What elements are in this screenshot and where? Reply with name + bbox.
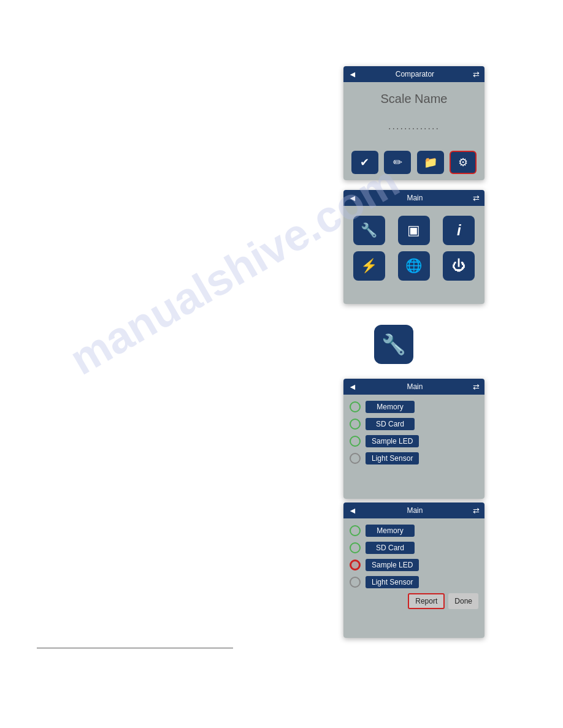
diag2-row-sampleled: Sample LED [350,559,478,571]
panel3-body: Memory SD Card Sample LED Light Sensor [343,395,484,499]
menu-grid: 🔧 ▣ i ⚡ 🌐 ⏻ [350,216,478,281]
power-menu-button[interactable]: ⏻ [443,251,475,281]
report-button[interactable]: Report [408,593,445,609]
dots-display: ............. [388,121,440,132]
sdcard2-status-circle [350,542,361,553]
globe-menu-button[interactable]: 🌐 [398,251,430,281]
lightsensor2-status-circle [350,577,361,588]
usb-icon: ⇄ [473,70,480,79]
sdcard-label[interactable]: SD Card [366,418,415,430]
lightsensor-label[interactable]: Light Sensor [366,452,419,464]
sdcard-status-circle [350,419,361,430]
panel1-title: Comparator [396,70,434,78]
info-menu-button[interactable]: i [443,216,475,245]
panel-comparator: ◄ Comparator ⇄ Scale Name ............. … [343,66,484,180]
diag2-row-sdcard: SD Card [350,542,478,554]
wrench-standalone-icon: 🔧 [374,325,413,364]
back-arrow-icon[interactable]: ◄ [348,382,357,392]
diag-row-memory: Memory [350,401,478,413]
diag-row-lightsensor: Light Sensor [350,452,478,464]
panel-diagnostics-1: ◄ Main ⇄ Memory SD Card Sample LED Light… [343,379,484,499]
memory-label[interactable]: Memory [366,401,415,413]
sampleled-status-circle [350,436,361,447]
panel2-header: ◄ Main ⇄ [343,190,484,206]
lightning-menu-button[interactable]: ⚡ [353,251,385,281]
usb-icon: ⇄ [473,194,480,203]
memory2-status-circle [350,525,361,536]
panel-diagnostics-2: ◄ Main ⇄ Memory SD Card Sample LED Light… [343,502,484,638]
display-menu-button[interactable]: ▣ [398,216,430,245]
panel2-title: Main [407,194,423,202]
diag2-row-memory: Memory [350,525,478,537]
done-button[interactable]: Done [448,593,478,609]
panel1-icon-row: ✔ ✏ 📁 ⚙ [348,151,480,174]
edit-button[interactable]: ✏ [384,151,411,174]
diag-row-sampleled: Sample LED [350,435,478,447]
back-arrow-icon[interactable]: ◄ [348,193,357,203]
diag2-row-lightsensor: Light Sensor [350,576,478,588]
memory-status-circle [350,401,361,412]
sdcard2-label[interactable]: SD Card [366,542,415,554]
panel3-title: Main [407,382,423,391]
diag-row-sdcard: SD Card [350,418,478,430]
wrench-menu-button[interactable]: 🔧 [353,216,385,245]
bottom-buttons-row: Report Done [350,593,478,609]
panel4-header: ◄ Main ⇄ [343,502,484,518]
memory2-label[interactable]: Memory [366,525,415,537]
sampleled2-label[interactable]: Sample LED [366,559,419,571]
panel4-body: Memory SD Card Sample LED Light Sensor R… [343,518,484,638]
back-arrow-icon[interactable]: ◄ [348,506,357,515]
sampleled-label[interactable]: Sample LED [366,435,419,447]
usb-icon: ⇄ [473,382,480,392]
sampleled2-status-circle [350,559,361,571]
lightsensor-status-circle [350,453,361,464]
panel2-body: 🔧 ▣ i ⚡ 🌐 ⏻ [343,206,484,304]
lightsensor2-label[interactable]: Light Sensor [366,576,419,588]
settings-button[interactable]: ⚙ [450,151,477,174]
panel-main-menu: ◄ Main ⇄ 🔧 ▣ i ⚡ 🌐 ⏻ [343,190,484,304]
back-arrow-icon[interactable]: ◄ [348,69,357,79]
bottom-divider [37,648,233,648]
panel1-header: ◄ Comparator ⇄ [343,66,484,82]
panel1-body: Scale Name ............. ✔ ✏ 📁 ⚙ [343,82,484,180]
checkmark-button[interactable]: ✔ [351,151,378,174]
usb-icon: ⇄ [473,506,480,515]
folder-button[interactable]: 📁 [417,151,444,174]
scale-name-label: Scale Name [381,92,448,106]
panel4-title: Main [407,506,423,515]
panel3-header: ◄ Main ⇄ [343,379,484,395]
